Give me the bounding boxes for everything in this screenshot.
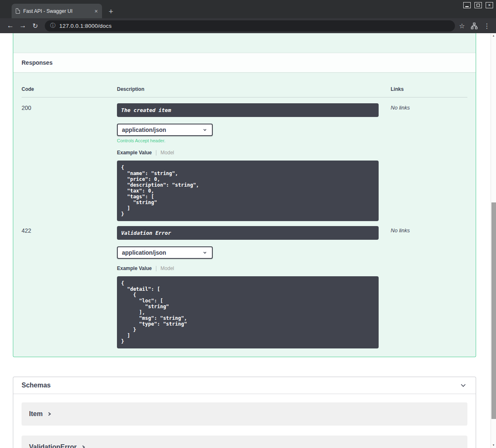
page-scrollbar[interactable]: ▲ ▼ [491, 33, 496, 448]
schemas-body: Item ValidationError [13, 394, 476, 448]
tab-model[interactable]: Model [160, 265, 174, 271]
media-type-select[interactable]: application/json [117, 124, 213, 136]
maximize-button[interactable] [474, 2, 482, 8]
responses-heading: Responses [22, 59, 53, 66]
maximize-icon [477, 4, 480, 7]
response-description-box: The created item [117, 103, 379, 117]
schemas-heading: Schemas [22, 382, 51, 389]
tab-model[interactable]: Model [160, 150, 174, 156]
example-model-tabs: Example Value Model [117, 150, 391, 156]
response-description-cell: Validation Error application/json Exampl… [117, 226, 391, 348]
model-name: Item [29, 410, 43, 418]
minimize-icon [465, 6, 469, 7]
media-type-select[interactable]: application/json [117, 246, 213, 259]
chevron-down-icon [459, 381, 467, 390]
model-name: ValidationError [29, 443, 77, 448]
model-row-item[interactable]: Item [22, 402, 467, 426]
extension-icon[interactable] [471, 22, 478, 29]
opblock-expanded-panel: Responses Code Description Links 200 The… [13, 33, 476, 357]
opblock-spacer [13, 33, 476, 53]
response-description-cell: The created item application/json Contro… [117, 103, 391, 221]
example-json-block: { "detail": [ { "loc": [ "string" ], "ms… [117, 276, 379, 348]
bookmark-star-icon[interactable]: ☆ [459, 22, 465, 30]
schemas-header[interactable]: Schemas [13, 377, 476, 394]
media-type-value: application/json [122, 127, 166, 133]
back-button[interactable]: ← [4, 22, 17, 30]
tab-example-value[interactable]: Example Value [117, 150, 152, 156]
forward-button[interactable]: → [17, 22, 29, 30]
site-info-icon[interactable]: ⓘ [50, 22, 56, 29]
window-controls: × [463, 2, 493, 8]
tab-title: Fast API - Swagger UI [23, 8, 91, 14]
url-text: 127.0.0.1:8000/docs [59, 23, 112, 29]
responses-section-header: Responses [13, 53, 476, 72]
response-links: No links [391, 226, 467, 234]
close-icon: × [488, 3, 491, 7]
responses-table-header: Code Description Links [22, 72, 467, 97]
browser-tab[interactable]: Fast API - Swagger UI × [12, 4, 102, 18]
minimize-button[interactable] [463, 2, 471, 8]
address-bar[interactable]: ⓘ 127.0.0.1:8000/docs [45, 20, 455, 32]
tab-close-icon[interactable]: × [95, 8, 98, 14]
schemas-section: Schemas Item ValidationError [13, 377, 476, 448]
response-description-box: Validation Error [117, 226, 379, 240]
response-row-200: 200 The created item application/json Co… [22, 103, 467, 221]
example-model-tabs: Example Value Model [117, 265, 391, 271]
example-json-block: { "name": "string", "price": 0, "descrip… [117, 161, 379, 221]
column-header-links: Links [391, 86, 467, 92]
tab-example-value[interactable]: Example Value [117, 265, 152, 271]
browser-menu-icon[interactable]: ⋮ [484, 22, 490, 30]
column-header-description: Description [117, 86, 391, 92]
chevron-right-icon [80, 444, 86, 448]
window-titlebar: Fast API - Swagger UI × + × [0, 0, 496, 18]
tab-separator [156, 266, 156, 271]
responses-table: Code Description Links 200 The created i… [13, 72, 476, 348]
response-links: No links [391, 103, 467, 111]
response-row-422: 422 Validation Error application/json Ex… [22, 226, 467, 348]
column-header-code: Code [22, 86, 117, 92]
tab-separator [156, 150, 156, 156]
page-icon [16, 8, 20, 14]
new-tab-button[interactable]: + [109, 7, 113, 15]
media-type-value: application/json [122, 249, 166, 256]
scroll-up-icon[interactable]: ▲ [491, 33, 496, 39]
toolbar-right: ☆ ⋮ [459, 22, 492, 30]
reload-button[interactable]: ↻ [29, 22, 41, 30]
model-row-validationerror[interactable]: ValidationError [22, 436, 467, 448]
response-code: 200 [22, 103, 117, 111]
controls-accept-note: Controls Accept header. [117, 138, 391, 143]
close-button[interactable]: × [486, 2, 493, 8]
swagger-page: Responses Code Description Links 200 The… [0, 33, 491, 448]
browser-toolbar: ← → ↻ ⓘ 127.0.0.1:8000/docs ☆ ⋮ [0, 18, 496, 33]
chevron-right-icon [46, 411, 52, 417]
chevron-down-icon [202, 127, 208, 133]
response-code: 422 [22, 226, 117, 234]
chevron-down-icon [202, 250, 208, 256]
scrollbar-thumb[interactable] [491, 202, 496, 419]
scroll-down-icon[interactable]: ▼ [491, 443, 496, 448]
